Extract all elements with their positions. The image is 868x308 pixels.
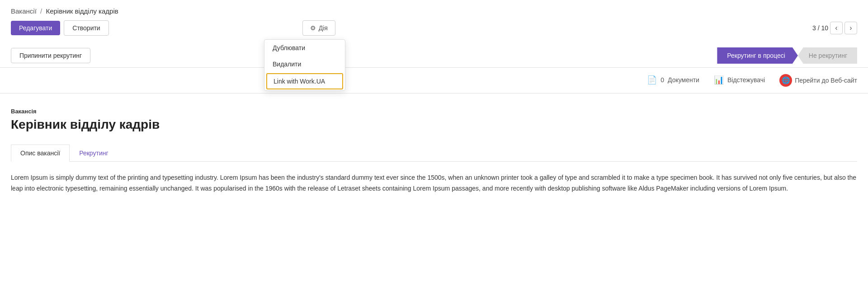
dropdown-item-delete[interactable]: Видалити (264, 56, 345, 72)
documents-icon: 📄 (647, 75, 657, 85)
action-label: Дія (319, 24, 328, 32)
dropdown-menu: Дублювати Видалити Link with Work.UA (264, 39, 345, 91)
suspend-recruiting-button[interactable]: Припинити рекрутинг (11, 48, 90, 63)
content-header: 📄 0 Документи 📊 Відстежувачі 🌐 Перейти д… (0, 68, 868, 93)
website-label: Перейти до Веб-сайт (795, 77, 857, 84)
create-button[interactable]: Створити (64, 20, 108, 36)
breadcrumb-parent[interactable]: Вакансії (11, 7, 37, 15)
website-tab[interactable]: 🌐 Перейти до Веб-сайт (779, 68, 857, 93)
tab-description[interactable]: Опис вакансії (11, 145, 70, 162)
documents-count: 0 (660, 76, 664, 84)
pagination-prev[interactable]: ‹ (830, 22, 843, 34)
dropdown-item-duplicate[interactable]: Дублювати (264, 40, 345, 56)
tab-recruiting[interactable]: Рекрутинг (70, 145, 118, 161)
vacancy-label: Вакансія (11, 108, 857, 115)
pagination-text: 3 / 10 (812, 24, 828, 32)
pagination-next[interactable]: › (844, 22, 857, 34)
globe-icon: 🌐 (779, 74, 792, 87)
not-recruiting-button[interactable]: Не рекрутинг (798, 47, 857, 64)
pagination: 3 / 10 ‹ › (812, 22, 857, 34)
breadcrumb: Вакансії / Керівник відділу кадрів (11, 7, 857, 15)
toolbar: Редагувати Створити ⚙ Дія Дублювати Вида… (11, 20, 857, 36)
trackers-icon: 📊 (714, 75, 724, 85)
documents-tab[interactable]: 📄 0 Документи (647, 69, 699, 92)
main-content: Вакансія Керівник відділу кадрів Опис ва… (0, 93, 868, 205)
vacancy-tabs: Опис вакансії Рекрутинг (11, 145, 857, 162)
gear-icon: ⚙ (310, 24, 316, 32)
trackers-label: Відстежувачі (727, 76, 765, 84)
breadcrumb-current: Керівник відділу кадрів (46, 7, 118, 15)
documents-label: Документи (668, 76, 699, 84)
description-text: Lorem Ipsum is simply dummy text of the … (11, 173, 857, 194)
trackers-tab[interactable]: 📊 Відстежувачі (714, 69, 765, 92)
recruiting-in-progress-button[interactable]: Рекрутинг в процесі (717, 47, 797, 64)
dropdown-item-link-workua[interactable]: Link with Work.UA (266, 73, 343, 89)
sub-toolbar: Припинити рекрутинг Рекрутинг в процесі … (0, 44, 868, 68)
edit-button[interactable]: Редагувати (11, 21, 60, 35)
vacancy-title: Керівник відділу кадрів (11, 117, 857, 132)
breadcrumb-separator: / (40, 7, 42, 15)
action-button[interactable]: ⚙ Дія (302, 20, 335, 36)
